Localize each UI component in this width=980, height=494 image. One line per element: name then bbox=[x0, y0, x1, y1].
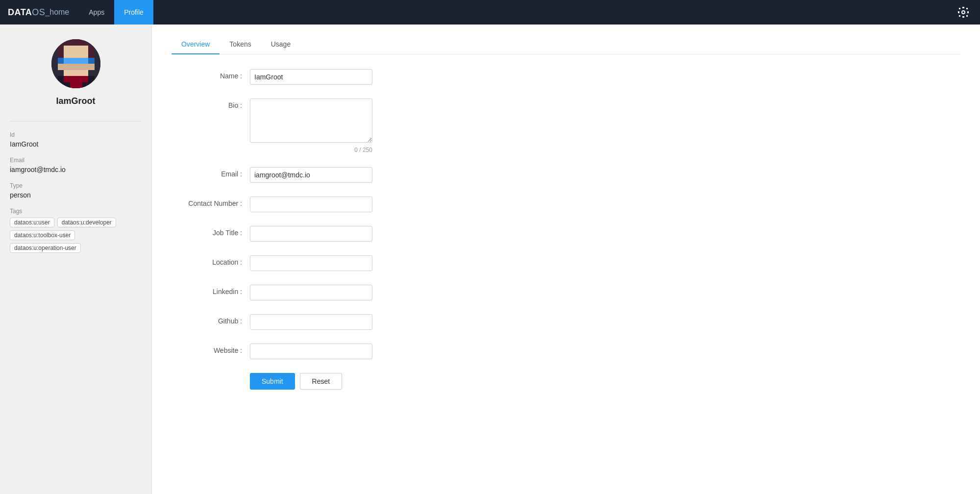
tag-badge: dataos:u:operation-user bbox=[10, 243, 81, 253]
bio-textarea-wrapper: 0 / 250 bbox=[250, 99, 372, 153]
svg-rect-14 bbox=[57, 64, 94, 70]
jobtitle-input[interactable] bbox=[250, 226, 372, 242]
website-label: Website : bbox=[172, 344, 250, 354]
github-input[interactable] bbox=[250, 314, 372, 330]
type-value: person bbox=[10, 191, 142, 199]
github-label: Github : bbox=[172, 314, 250, 325]
email-value: iamgroot@tmdc.io bbox=[10, 166, 142, 173]
brand-logo: DATAOS bbox=[8, 7, 45, 18]
profile-info: Id IamGroot Email iamgroot@tmdc.io Type … bbox=[10, 122, 142, 253]
content-area: Overview Tokens Usage Name : Bio : 0 / 2… bbox=[152, 25, 980, 494]
email-label: Email bbox=[10, 157, 142, 164]
jobtitle-label: Job Title : bbox=[172, 226, 250, 237]
tags-container: dataos:u:user dataos:u:developer dataos:… bbox=[10, 218, 142, 253]
name-input-wrapper bbox=[250, 69, 372, 85]
tab-usage[interactable]: Usage bbox=[261, 34, 300, 54]
svg-rect-6 bbox=[959, 15, 960, 17]
submit-button[interactable]: Submit bbox=[250, 373, 295, 390]
bio-textarea[interactable] bbox=[250, 99, 372, 143]
form-row-contact: Contact Number : bbox=[172, 197, 514, 212]
reset-button[interactable]: Reset bbox=[300, 373, 343, 390]
tag-badge: dataos:u:toolbox-user bbox=[10, 230, 75, 240]
tab-tokens[interactable]: Tokens bbox=[220, 34, 261, 54]
name-label: Name : bbox=[172, 69, 250, 80]
form-row-github: Github : bbox=[172, 314, 514, 330]
avatar-section: IamGroot bbox=[10, 39, 142, 122]
form-row-jobtitle: Job Title : bbox=[172, 226, 514, 242]
form-section: Name : Bio : 0 / 250 Email : bbox=[172, 69, 514, 390]
email-input-wrapper bbox=[250, 167, 372, 183]
location-input-wrapper bbox=[250, 255, 372, 271]
svg-rect-22 bbox=[64, 76, 88, 82]
tab-overview[interactable]: Overview bbox=[172, 34, 220, 54]
navbar-right bbox=[955, 3, 972, 21]
tags-label: Tags bbox=[10, 208, 142, 215]
name-input[interactable] bbox=[250, 69, 372, 85]
sidebar: IamGroot Id IamGroot Email iamgroot@tmdc… bbox=[0, 25, 152, 494]
form-row-bio: Bio : 0 / 250 bbox=[172, 99, 514, 153]
avatar bbox=[51, 39, 100, 88]
email-field-label: Email : bbox=[172, 167, 250, 178]
info-group-tags: Tags dataos:u:user dataos:u:developer da… bbox=[10, 208, 142, 253]
nav-item-profile[interactable]: Profile bbox=[114, 0, 153, 25]
brand: DATAOS _home bbox=[8, 7, 69, 18]
svg-rect-0 bbox=[962, 7, 964, 8]
form-actions: Submit Reset bbox=[250, 373, 514, 390]
type-label: Type bbox=[10, 182, 142, 189]
location-label: Location : bbox=[172, 255, 250, 266]
jobtitle-input-wrapper bbox=[250, 226, 372, 242]
tag-badge: dataos:u:user bbox=[10, 218, 54, 227]
info-group-email: Email iamgroot@tmdc.io bbox=[10, 157, 142, 173]
brand-home: _home bbox=[45, 8, 69, 17]
form-row-email: Email : bbox=[172, 167, 514, 183]
nav-item-apps[interactable]: Apps bbox=[79, 0, 114, 25]
github-input-wrapper bbox=[250, 314, 372, 330]
linkedin-label: Linkedin : bbox=[172, 285, 250, 296]
email-input[interactable] bbox=[250, 167, 372, 183]
linkedin-input[interactable] bbox=[250, 285, 372, 300]
website-input[interactable] bbox=[250, 344, 372, 359]
website-input-wrapper bbox=[250, 344, 372, 359]
form-row-linkedin: Linkedin : bbox=[172, 285, 514, 300]
contact-label: Contact Number : bbox=[172, 197, 250, 207]
id-label: Id bbox=[10, 131, 142, 138]
svg-rect-7 bbox=[966, 15, 968, 17]
svg-rect-20 bbox=[64, 58, 88, 64]
svg-rect-4 bbox=[959, 8, 960, 9]
form-row-location: Location : bbox=[172, 255, 514, 271]
svg-rect-5 bbox=[966, 8, 968, 9]
contact-input[interactable] bbox=[250, 197, 372, 212]
settings-icon[interactable] bbox=[955, 3, 972, 21]
contact-input-wrapper bbox=[250, 197, 372, 212]
info-group-id: Id IamGroot bbox=[10, 131, 142, 148]
svg-rect-18 bbox=[88, 46, 95, 58]
info-group-type: Type person bbox=[10, 182, 142, 199]
sidebar-username: IamGroot bbox=[56, 96, 95, 106]
bio-label: Bio : bbox=[172, 99, 250, 109]
svg-rect-23 bbox=[70, 82, 82, 89]
form-row-name: Name : bbox=[172, 69, 514, 85]
main-container: IamGroot Id IamGroot Email iamgroot@tmdc… bbox=[0, 25, 980, 494]
svg-rect-16 bbox=[64, 39, 88, 46]
linkedin-input-wrapper bbox=[250, 285, 372, 300]
svg-rect-17 bbox=[57, 46, 64, 58]
svg-rect-11 bbox=[64, 46, 88, 52]
navbar: DATAOS _home Apps Profile bbox=[0, 0, 980, 25]
svg-rect-1 bbox=[962, 16, 964, 18]
bio-char-count: 0 / 250 bbox=[250, 147, 372, 153]
svg-point-9 bbox=[962, 11, 964, 13]
nav-items: Apps Profile bbox=[79, 0, 153, 25]
svg-rect-2 bbox=[958, 11, 959, 13]
location-input[interactable] bbox=[250, 255, 372, 271]
svg-rect-3 bbox=[967, 11, 969, 13]
tag-badge: dataos:u:developer bbox=[57, 218, 116, 227]
form-row-website: Website : bbox=[172, 344, 514, 359]
svg-rect-15 bbox=[64, 70, 88, 76]
tabs-bar: Overview Tokens Usage bbox=[172, 34, 960, 54]
id-value: IamGroot bbox=[10, 140, 142, 148]
